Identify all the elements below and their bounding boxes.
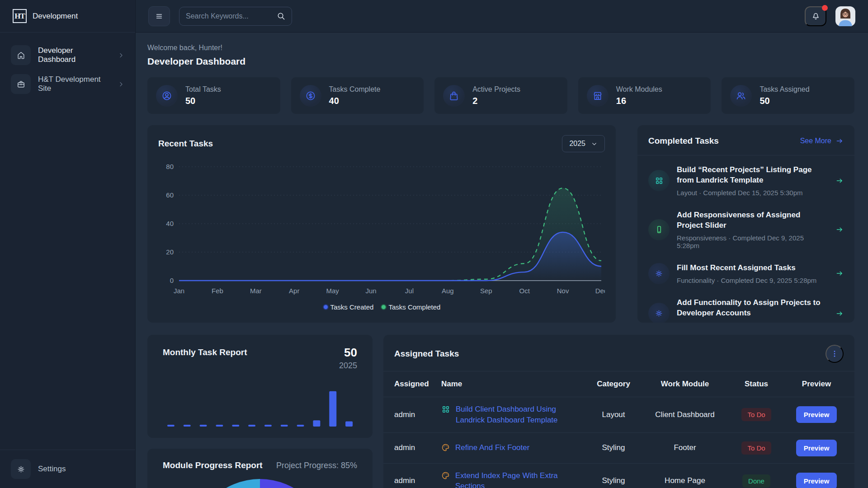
main-area: Welcome back, Hunter! Developer Dashboar… [136,0,868,488]
module-progress-pie [192,479,328,488]
users-icon [730,85,752,107]
svg-text:Mar: Mar [250,287,262,295]
completed-tasks-list: Build “Recent Projects” Listing Page fro… [637,155,854,323]
project-progress-label: Project Progress: 85% [276,461,357,470]
task-name-link[interactable]: Build Client Dashboard Using Landrick Da… [456,404,580,426]
completed-task-meta: Responsiveness · Completed Dec 9, 2025 5… [677,234,828,249]
completed-task-item: Fill Most Recent Assigned TasksFunctiona… [648,256,844,291]
arrow-right-icon[interactable] [835,269,844,277]
svg-text:80: 80 [166,163,174,170]
hamburger-menu-button[interactable] [148,6,170,26]
table-menu-button[interactable] [826,345,844,363]
svg-text:Jan: Jan [174,287,184,295]
preview-button[interactable]: Preview [796,473,837,488]
svg-text:May: May [326,287,339,295]
topbar [136,0,868,33]
stat-value: 2 [472,96,520,106]
column-header-status: Status [727,380,786,389]
see-more-label: See More [800,137,831,145]
monthly-bar-chart [163,371,357,430]
completed-tasks-panel: Completed Tasks See More Build “Recent P… [637,125,854,323]
table-row: adminRefine And Fix FooterStylingFooterT… [383,433,854,464]
table-body: adminBuild Client Dashboard Using Landri… [383,397,854,488]
completed-tasks-title: Completed Tasks [648,136,719,146]
sidebar-item-settings[interactable]: Settings [8,457,127,481]
chevron-down-icon [591,141,598,147]
gear-icon [648,303,670,323]
column-header-name: Name [441,380,580,389]
gear-icon [11,459,31,479]
task-name-link[interactable]: Extend Index Page With Extra Sections [455,470,580,488]
chevron-right-icon [118,52,124,59]
sidebar-item-h-t-development-site[interactable]: H&T Development Site [8,72,127,96]
stat-label: Total Tasks [185,85,221,94]
welcome-text: Welcome back, Hunter! [147,44,854,52]
stat-value: 50 [185,96,221,106]
stat-value: 40 [329,96,381,106]
store-icon [587,85,609,107]
chevron-right-icon [118,81,124,88]
completed-task-title: Add Functionality to Assign Projects to … [677,298,828,319]
svg-text:Feb: Feb [212,287,223,295]
gear-icon [648,263,670,284]
avatar[interactable] [835,6,855,26]
legend-item-tasks-completed[interactable]: Tasks Completed [381,303,440,311]
arrow-right-icon[interactable] [835,225,844,234]
status-badge: To Do [741,441,771,455]
row-charts: Recent Tasks 2025 020406080JanFebMarAprM… [147,125,854,323]
notifications-button[interactable] [805,6,826,26]
see-more-link[interactable]: See More [800,137,844,145]
preview-button[interactable]: Preview [796,406,837,423]
legend-item-tasks-created[interactable]: Tasks Created [323,303,374,311]
year-dropdown[interactable]: 2025 [562,135,605,152]
cell-assigned: admin [394,476,438,485]
monthly-report-year: 2025 [339,361,357,371]
home-icon [11,45,31,65]
completed-task-title: Build “Recent Projects” Listing Page fro… [677,165,828,186]
chart-legend: Tasks CreatedTasks Completed [158,303,605,311]
palette-icon [441,443,450,452]
svg-text:60: 60 [166,191,174,199]
arrow-right-icon[interactable] [835,310,844,318]
svg-text:20: 20 [166,248,174,256]
module-progress-panel: Module Progress Report Project Progress:… [147,449,373,488]
content: Welcome back, Hunter! Developer Dashboar… [136,33,868,488]
bell-icon [811,11,821,21]
dollar-circle-icon [300,85,321,107]
completed-task-meta: Functionality · Completed Dec 9, 2025 5:… [677,322,828,323]
stat-value: 16 [616,96,662,106]
sidebar-item-label: Settings [38,465,124,474]
stat-card-tasks-assigned: Tasks Assigned50 [722,77,854,114]
user-circle-icon [156,85,178,107]
table-row: adminExtend Index Page With Extra Sectio… [383,464,854,488]
search-icon[interactable] [277,12,285,20]
brand-name: Development [33,12,78,21]
completed-task-title: Add Responsiveness of Assigned Project S… [677,210,828,231]
brand-logo: HT [13,9,27,23]
sidebar-item-developer-dashboard[interactable]: Developer Dashboard [8,43,127,67]
notification-dot [822,5,828,11]
arrow-right-icon[interactable] [835,177,844,185]
svg-text:Nov: Nov [557,287,569,295]
recent-tasks-title: Recent Tasks [158,135,213,149]
status-badge: To Do [741,408,771,421]
stat-label: Work Modules [616,85,662,94]
search-input[interactable] [186,12,272,20]
stat-card-tasks-complete: Tasks Complete40 [291,77,424,114]
cell-category: Styling [584,476,643,485]
task-name-link[interactable]: Refine And Fix Footer [455,442,529,453]
preview-button[interactable]: Preview [796,440,837,456]
sidebar: HT Development Developer DashboardH&T De… [0,0,136,488]
column-header-work-module: Work Module [646,380,723,389]
stats-row: Total Tasks50Tasks Complete40Active Proj… [147,77,854,114]
completed-task-item: Add Responsiveness of Assigned Project S… [648,203,844,256]
svg-text:Jun: Jun [365,287,376,295]
svg-text:Aug: Aug [442,287,454,295]
reports-column: Monthly Task Report 50 2025 Module Progr… [147,335,373,488]
sidebar-footer: Settings [0,450,135,488]
stat-label: Active Projects [472,85,520,94]
sidebar-item-label: H&T Development Site [38,75,110,93]
svg-text:0: 0 [170,277,174,284]
year-dropdown-value: 2025 [569,140,585,148]
svg-text:Sep: Sep [480,287,492,295]
